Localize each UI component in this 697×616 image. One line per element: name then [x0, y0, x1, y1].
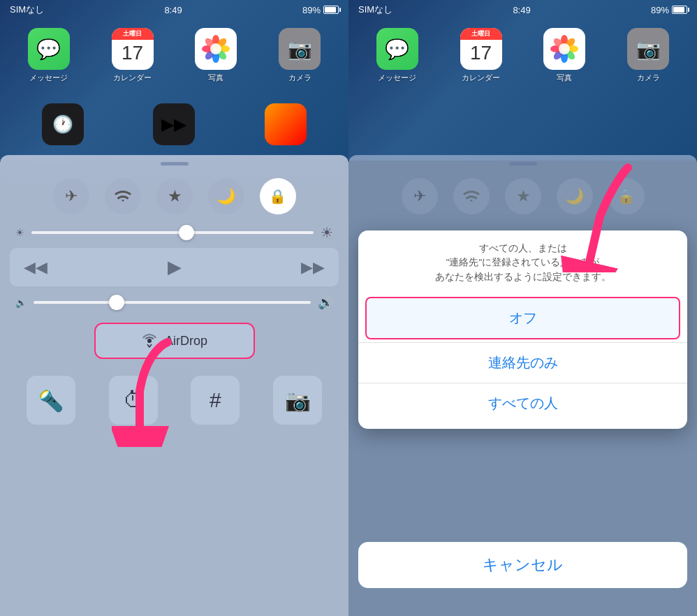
bluetooth-toggle-right: ★ — [505, 178, 541, 214]
toggle-row-left: ✈ ★ 🌙 🔒 — [0, 174, 348, 224]
photos-label-left: 写真 — [208, 73, 223, 83]
left-panel: SIMなし 8:49 89% 💬 メッセージ 土曜日 17 カレンダー — [0, 0, 348, 616]
photos-icon-left — [195, 28, 237, 70]
battery-area-right: 89% — [651, 5, 687, 15]
calendar-icon-left: 土曜日 17 — [112, 28, 154, 70]
airplane-toggle[interactable]: ✈ — [53, 178, 89, 214]
svg-point-10 — [147, 339, 152, 343]
svg-point-21 — [559, 43, 570, 54]
volume-max-icon: 🔊 — [318, 295, 333, 310]
calendar-icon-right: 土曜日 17 — [460, 28, 502, 70]
timer-button[interactable]: ⏱ — [109, 376, 158, 425]
popup-option-contacts[interactable]: 連絡先のみ — [358, 342, 687, 383]
toggle-row-right: ✈ ★ 🌙 🔒 — [348, 174, 697, 224]
app-calendar-left[interactable]: 土曜日 17 カレンダー — [112, 28, 154, 83]
brightness-track[interactable] — [31, 231, 314, 234]
pull-handle-left[interactable] — [161, 162, 189, 166]
battery-icon-left — [323, 6, 339, 14]
popup-option-everyone[interactable]: すべての人 — [358, 383, 687, 423]
brightness-max-icon: ☀ — [321, 224, 333, 241]
pull-handle-right[interactable] — [509, 162, 537, 166]
airplane-toggle-right: ✈ — [402, 178, 438, 214]
dnd-toggle-right: 🌙 — [557, 178, 593, 214]
photos-icon-right — [543, 28, 585, 70]
battery-pct-left: 89% — [302, 5, 321, 15]
app-row-1-left: 💬 メッセージ 土曜日 17 カレンダー — [0, 22, 348, 89]
flashlight-button[interactable]: 🔦 — [27, 376, 75, 425]
app-messages-left[interactable]: 💬 メッセージ — [28, 28, 70, 83]
rewind-button[interactable]: ◀◀ — [24, 258, 47, 277]
calendar-label-right: カレンダー — [462, 73, 500, 83]
play-button[interactable]: ▶ — [168, 256, 182, 278]
rotation-lock-toggle[interactable]: 🔒 — [260, 178, 296, 214]
messages-icon-right: 💬 — [376, 28, 418, 70]
app-video-left[interactable]: ▶▶ — [153, 103, 195, 145]
volume-min-icon: 🔈 — [15, 298, 27, 308]
airdrop-popup: すべての人、または"連絡先"に登録されている人のみがあなたを検出するように設定で… — [358, 230, 687, 429]
media-player: ◀◀ ▶ ▶▶ — [10, 248, 339, 286]
app-clock-left[interactable]: 🕐 — [42, 103, 84, 145]
camera-quick-button[interactable]: 📷 — [273, 376, 322, 425]
popup-option-off[interactable]: オフ — [365, 297, 680, 339]
app-row-1-right: 💬 メッセージ 土曜日 17 カレンダー — [348, 22, 697, 89]
video-icon-left: ▶▶ — [153, 103, 195, 145]
airdrop-button[interactable]: AirDrop — [94, 323, 255, 359]
brightness-thumb[interactable] — [179, 225, 194, 240]
battery-pct-right: 89% — [651, 5, 669, 15]
app-messages-right[interactable]: 💬 メッセージ — [376, 28, 418, 83]
airdrop-label: AirDrop — [165, 334, 207, 349]
app-extra-left[interactable] — [265, 103, 307, 145]
bluetooth-toggle[interactable]: ★ — [156, 178, 193, 214]
extra-icon-left — [265, 103, 307, 145]
volume-track[interactable] — [34, 301, 311, 304]
messages-icon-left: 💬 — [28, 28, 70, 70]
camera-icon-left: 📷 — [279, 28, 321, 70]
battery-icon-right — [672, 6, 687, 14]
popup-description: すべての人、または"連絡先"に登録されている人のみがあなたを検出するように設定で… — [358, 230, 687, 291]
airdrop-wifi-icon — [141, 332, 158, 349]
camera-label-right: カメラ — [637, 73, 660, 83]
camera-icon-right: 📷 — [627, 28, 669, 70]
status-bar-left: SIMなし 8:49 89% — [0, 0, 348, 20]
carrier-left: SIMなし — [10, 3, 44, 16]
dnd-toggle[interactable]: 🌙 — [208, 178, 244, 214]
carrier-right: SIMなし — [358, 3, 392, 16]
app-camera-right[interactable]: 📷 カメラ — [627, 28, 669, 83]
app-photos-left[interactable]: 写真 — [195, 28, 237, 83]
battery-area-left: 89% — [302, 5, 339, 15]
wifi-toggle[interactable] — [105, 178, 141, 214]
app-calendar-right[interactable]: 土曜日 17 カレンダー — [460, 28, 502, 83]
clock-icon-left: 🕐 — [42, 103, 84, 145]
cancel-button-wrap: キャンセル — [358, 542, 687, 588]
app-photos-right[interactable]: 写真 — [543, 28, 585, 83]
app-row-2-left: 🕐 ▶▶ — [0, 103, 348, 145]
photos-label-right: 写真 — [557, 73, 572, 83]
messages-label-left: メッセージ — [29, 73, 68, 83]
app-camera-left[interactable]: 📷 カメラ — [279, 28, 321, 83]
cancel-button[interactable]: キャンセル — [358, 542, 687, 588]
brightness-slider-row: ☀ ☀ — [0, 224, 348, 241]
calendar-label-left: カレンダー — [113, 73, 152, 83]
popup-options: オフ 連絡先のみ すべての人 — [358, 291, 687, 429]
svg-point-9 — [210, 43, 221, 54]
rotation-lock-toggle-right: 🔒 — [608, 178, 645, 214]
fastforward-button[interactable]: ▶▶ — [301, 258, 325, 277]
messages-label-right: メッセージ — [378, 73, 416, 83]
time-left: 8:49 — [164, 5, 182, 15]
camera-label-left: カメラ — [288, 73, 311, 83]
time-right: 8:49 — [513, 5, 530, 15]
wifi-toggle-right — [453, 178, 490, 214]
status-bar-right: SIMなし 8:49 89% — [348, 0, 697, 20]
calculator-button[interactable]: # — [191, 376, 240, 425]
volume-slider-row: 🔈 🔊 — [0, 292, 348, 313]
brightness-min-icon: ☀ — [15, 227, 24, 238]
control-center-left: ✈ ★ 🌙 🔒 ☀ ☀ ◀◀ ▶ ▶▶ 🔈 — [0, 155, 348, 616]
volume-thumb[interactable] — [109, 295, 124, 310]
quick-actions-left: 🔦 ⏱ # 📷 — [0, 365, 348, 432]
right-panel: SIMなし 8:49 89% 💬 メッセージ 土曜日 17 カレンダー — [348, 0, 697, 616]
